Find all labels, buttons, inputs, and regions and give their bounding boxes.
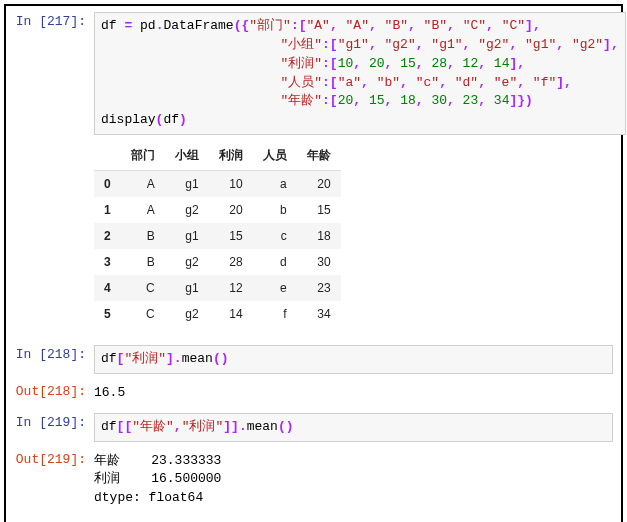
code-token-operator: [ bbox=[330, 75, 338, 90]
table-cell: g2 bbox=[165, 249, 209, 275]
input-prompt: In [218]: bbox=[14, 345, 94, 362]
output-area: 年龄 23.333333 利润 16.500000 dtype: float64 bbox=[94, 450, 613, 511]
table-cell: e bbox=[253, 275, 297, 301]
table-cell: g1 bbox=[165, 275, 209, 301]
table-row-index: 5 bbox=[94, 301, 121, 327]
table-row-index: 3 bbox=[94, 249, 121, 275]
code-token-text: df bbox=[163, 112, 179, 127]
code-token-string: "年龄" bbox=[280, 93, 322, 108]
table-cell: C bbox=[121, 301, 165, 327]
table-column-header: 部门 bbox=[121, 141, 165, 171]
code-token-number: 34 bbox=[494, 93, 510, 108]
code-input[interactable]: df[["年龄","利润"]].mean() bbox=[94, 413, 613, 442]
code-token-text: df bbox=[101, 18, 124, 33]
code-token-text bbox=[377, 18, 385, 33]
table-cell: 18 bbox=[297, 223, 341, 249]
table-row-index: 1 bbox=[94, 197, 121, 223]
code-token-number: 23 bbox=[463, 93, 479, 108]
code-token-operator: , bbox=[447, 18, 455, 33]
code-token-operator: } bbox=[517, 93, 525, 108]
code-token-string: "利润" bbox=[124, 351, 166, 366]
table-row: 4Cg112e23 bbox=[94, 275, 341, 301]
table-cell: a bbox=[253, 171, 297, 198]
code-token-operator: , bbox=[439, 75, 447, 90]
table-cell: d bbox=[253, 249, 297, 275]
table-row: 5Cg214f34 bbox=[94, 301, 341, 327]
code-token-operator: [ bbox=[330, 56, 338, 71]
code-token-text: pd bbox=[132, 18, 155, 33]
code-token-operator: ] bbox=[525, 18, 533, 33]
code-token-number: 18 bbox=[400, 93, 416, 108]
code-token-number: 30 bbox=[431, 93, 447, 108]
table-column-header: 人员 bbox=[253, 141, 297, 171]
code-token-operator: , bbox=[353, 93, 361, 108]
output-area: 16.5 bbox=[94, 382, 613, 405]
table-cell: B bbox=[121, 223, 165, 249]
code-token-number: 15 bbox=[400, 56, 416, 71]
code-token-string: "g2" bbox=[478, 37, 509, 52]
input-area: df = pd.DataFrame({"部门":["A", "A", "B", … bbox=[94, 12, 626, 337]
code-token-number: 15 bbox=[369, 93, 385, 108]
code-token-number: 20 bbox=[369, 56, 385, 71]
code-token-operator: ) bbox=[221, 351, 229, 366]
code-token-operator: , bbox=[416, 56, 424, 71]
code-token-operator: , bbox=[174, 419, 182, 434]
table-cell: A bbox=[121, 171, 165, 198]
table-cell: 23 bbox=[297, 275, 341, 301]
code-token-operator: ] bbox=[556, 75, 564, 90]
code-token-string: "b" bbox=[377, 75, 400, 90]
table-cell: A bbox=[121, 197, 165, 223]
table-row-index: 2 bbox=[94, 223, 121, 249]
table-cell: 10 bbox=[209, 171, 253, 198]
code-token-operator: ] bbox=[603, 37, 611, 52]
table-cell: C bbox=[121, 275, 165, 301]
table-cell: 15 bbox=[209, 223, 253, 249]
code-token-operator: , bbox=[400, 75, 408, 90]
code-token-string: "A" bbox=[346, 18, 369, 33]
code-token-operator: ] bbox=[223, 419, 231, 434]
code-token-operator: , bbox=[478, 75, 486, 90]
code-token-operator: [ bbox=[299, 18, 307, 33]
input-cell: In [217]:df = pd.DataFrame({"部门":["A", "… bbox=[14, 12, 613, 337]
code-token-text bbox=[564, 37, 572, 52]
code-token-operator: : bbox=[291, 18, 299, 33]
code-token-text bbox=[392, 93, 400, 108]
code-token-operator: , bbox=[556, 37, 564, 52]
code-token-operator: : bbox=[322, 37, 330, 52]
code-token-string: "g2" bbox=[572, 37, 603, 52]
code-token-operator: [ bbox=[330, 37, 338, 52]
code-token-operator: , bbox=[408, 18, 416, 33]
table-column-header: 年龄 bbox=[297, 141, 341, 171]
code-token-operator: . bbox=[239, 419, 247, 434]
code-token-string: "B" bbox=[424, 18, 447, 33]
code-token-text bbox=[408, 75, 416, 90]
input-prompt: In [217]: bbox=[14, 12, 94, 29]
input-cell: In [219]:df[["年龄","利润"]].mean() bbox=[14, 413, 613, 442]
code-token-string: "g1" bbox=[525, 37, 556, 52]
notebook-frame: In [217]:df = pd.DataFrame({"部门":["A", "… bbox=[4, 4, 623, 522]
output-prompt: Out[219]: bbox=[14, 450, 94, 467]
table-row-index: 4 bbox=[94, 275, 121, 301]
dataframe-table: 部门小组利润人员年龄0Ag110a201Ag220b152Bg115c183Bg… bbox=[94, 141, 341, 327]
table-cell: g1 bbox=[165, 171, 209, 198]
code-token-text bbox=[377, 37, 385, 52]
input-area: df["利润"].mean() bbox=[94, 345, 613, 374]
code-input[interactable]: df["利润"].mean() bbox=[94, 345, 613, 374]
code-token-operator: ] bbox=[166, 351, 174, 366]
code-token-text bbox=[101, 93, 280, 108]
code-token-operator: , bbox=[369, 18, 377, 33]
code-token-number: 12 bbox=[463, 56, 479, 71]
table-cell: c bbox=[253, 223, 297, 249]
code-token-string: "g1" bbox=[431, 37, 462, 52]
code-token-text bbox=[525, 75, 533, 90]
code-token-operator: ) bbox=[179, 112, 187, 127]
table-cell: f bbox=[253, 301, 297, 327]
code-token-operator: , bbox=[369, 37, 377, 52]
table-cell: 30 bbox=[297, 249, 341, 275]
code-token-text bbox=[494, 18, 502, 33]
code-input[interactable]: df = pd.DataFrame({"部门":["A", "A", "B", … bbox=[94, 12, 626, 135]
code-token-text: display bbox=[101, 112, 156, 127]
code-token-operator: , bbox=[447, 56, 455, 71]
code-token-operator: , bbox=[486, 18, 494, 33]
table-row: 0Ag110a20 bbox=[94, 171, 341, 198]
